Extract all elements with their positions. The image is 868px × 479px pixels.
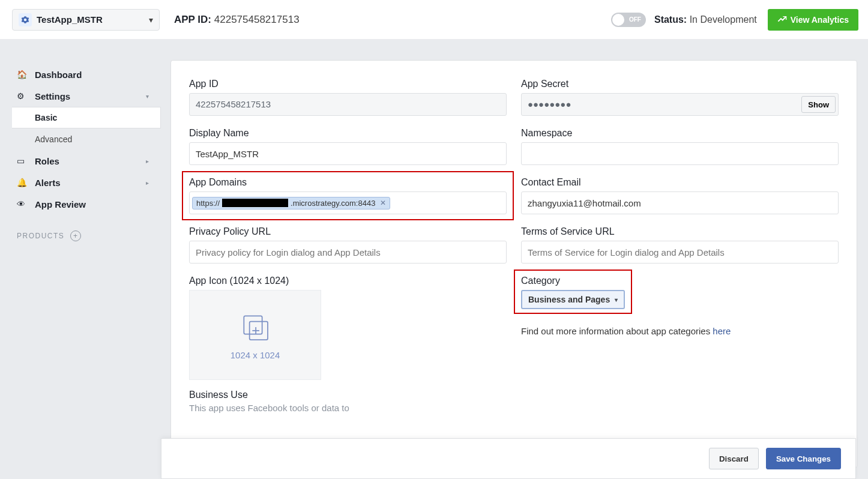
app-id-value: 422575458217513: [214, 14, 300, 25]
gear-icon: ⚙: [17, 91, 28, 101]
status-value: In Development: [690, 14, 757, 25]
field-contact-email[interactable]: [521, 191, 839, 214]
sidebar-item-alerts[interactable]: 🔔 Alerts ▸: [0, 172, 161, 193]
label-app-icon: App Icon (1024 x 1024): [189, 276, 507, 286]
sidebar-item-dashboard[interactable]: 🏠 Dashboard: [0, 64, 161, 85]
toggle-off-label: OFF: [629, 16, 641, 23]
bell-icon: 🔔: [17, 178, 28, 187]
sidebar-item-roles[interactable]: ▭ Roles ▸: [0, 150, 161, 172]
app-live-toggle[interactable]: OFF: [611, 13, 646, 27]
label-contact-email: Contact Email: [521, 177, 839, 188]
view-analytics-label: View Analytics: [791, 15, 849, 25]
eye-icon: 👁: [17, 199, 28, 209]
label-business-use: Business Use: [189, 390, 507, 400]
sidebar-label-dashboard: Dashboard: [35, 70, 82, 80]
status-text: Status: In Development: [654, 14, 757, 25]
sidebar-item-app-review[interactable]: 👁 App Review: [0, 193, 161, 215]
main-panel: App ID 422575458217513 App Secret ●●●●●●…: [170, 60, 857, 468]
category-hint: Find out more information about app cate…: [521, 326, 839, 336]
domain-token-suffix: .microstrategy.com:8443: [291, 199, 375, 208]
field-app-id: 422575458217513: [189, 93, 507, 116]
label-category: Category: [521, 276, 625, 286]
field-app-secret: ●●●●●●●●: [521, 93, 839, 116]
sidebar-label-alerts: Alerts: [35, 178, 61, 188]
save-changes-button[interactable]: Save Changes: [766, 448, 841, 469]
add-product-button[interactable]: +: [70, 230, 81, 241]
chevron-right-icon: ▸: [146, 158, 149, 164]
sidebar-sub-label-basic: Basic: [35, 113, 57, 122]
toggle-knob: [612, 14, 624, 26]
domain-token[interactable]: https://.microstrategy.com:8443 ✕: [192, 197, 390, 209]
sidebar: 🏠 Dashboard ⚙ Settings ▾ Basic Advanced …: [0, 40, 161, 479]
sidebar-label-settings: Settings: [35, 91, 70, 101]
sidebar-sub-advanced[interactable]: Advanced: [0, 128, 161, 150]
domain-token-prefix: https://: [196, 199, 220, 208]
chevron-down-icon: ▾: [146, 93, 149, 100]
label-app-id: App ID: [189, 79, 507, 89]
highlight-app-domains: App Domains https://.microstrategy.com:8…: [182, 171, 514, 220]
category-selected-value: Business and Pages: [528, 295, 610, 304]
field-privacy-url[interactable]: [189, 241, 507, 264]
redacted-block: [222, 199, 288, 207]
category-dropdown[interactable]: Business and Pages ▾: [521, 290, 625, 309]
app-id-label: APP ID:: [174, 14, 211, 25]
field-namespace[interactable]: [521, 142, 839, 165]
app-icon-upload[interactable]: 1024 x 1024: [189, 290, 321, 380]
text-business-use-sub: This app uses Facebook tools or data to: [189, 403, 507, 413]
analytics-icon: [777, 15, 787, 25]
sidebar-sub-label-advanced: Advanced: [35, 134, 72, 144]
label-namespace: Namespace: [521, 128, 839, 139]
field-tos-url[interactable]: [521, 241, 839, 264]
sidebar-sub-basic[interactable]: Basic: [12, 107, 161, 128]
view-analytics-button[interactable]: View Analytics: [768, 9, 858, 31]
top-header: TestApp_MSTR ▾ APP ID: 422575458217513 O…: [0, 0, 868, 40]
app-selector-name: TestApp_MSTR: [37, 14, 149, 25]
products-label: PRODUCTS: [17, 232, 64, 240]
category-hint-text: Find out more information about app cate…: [521, 326, 713, 336]
chevron-right-icon: ▸: [146, 179, 149, 186]
app-id-display: APP ID: 422575458217513: [174, 14, 300, 26]
category-hint-link[interactable]: here: [713, 326, 731, 336]
label-display-name: Display Name: [189, 128, 507, 139]
sidebar-label-roles: Roles: [35, 156, 59, 166]
sidebar-products-header: PRODUCTS +: [0, 215, 161, 241]
field-app-domains[interactable]: https://.microstrategy.com:8443 ✕: [189, 191, 507, 214]
image-placeholder-icon: [238, 310, 272, 344]
app-selector-dropdown[interactable]: TestApp_MSTR ▾: [12, 9, 160, 31]
app-icon-dim: 1024 x 1024: [231, 350, 280, 360]
svg-rect-0: [244, 316, 262, 334]
label-tos-url: Terms of Service URL: [521, 226, 839, 237]
discard-button[interactable]: Discard: [709, 448, 759, 469]
caret-down-icon: ▾: [615, 297, 618, 303]
remove-domain-icon[interactable]: ✕: [380, 199, 386, 207]
label-app-domains: App Domains: [189, 177, 507, 188]
label-privacy-url: Privacy Policy URL: [189, 226, 507, 237]
show-secret-button[interactable]: Show: [801, 96, 836, 113]
label-app-secret: App Secret: [521, 79, 839, 89]
field-display-name[interactable]: [189, 142, 507, 165]
home-icon: 🏠: [17, 70, 28, 79]
app-gear-icon: [19, 13, 32, 26]
sidebar-label-app-review: App Review: [35, 199, 86, 209]
roles-icon: ▭: [17, 156, 28, 166]
sidebar-item-settings[interactable]: ⚙ Settings ▾: [0, 85, 161, 107]
caret-down-icon: ▾: [149, 15, 153, 25]
status-label: Status:: [654, 14, 687, 25]
footer-bar: Discard Save Changes: [161, 438, 856, 479]
highlight-category: Category Business and Pages ▾: [514, 270, 632, 314]
